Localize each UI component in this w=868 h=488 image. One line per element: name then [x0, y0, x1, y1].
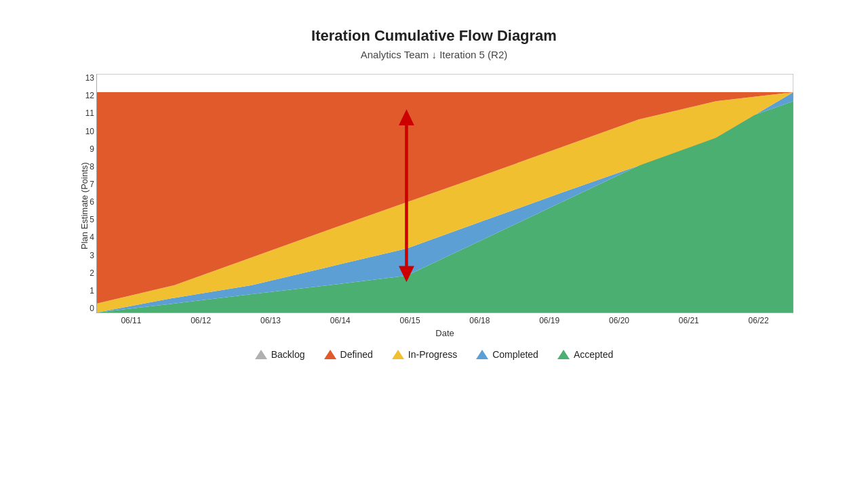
chart-legend: Backlog Defined In-Progress Completed Ac… [255, 349, 614, 360]
cumulative-flow-svg [97, 74, 793, 312]
legend-defined: Defined [324, 349, 373, 360]
inprogress-icon [392, 350, 404, 359]
x-axis-labels: 06/11 06/12 06/13 06/14 06/15 06/18 06/1… [96, 316, 793, 325]
legend-defined-label: Defined [340, 349, 373, 360]
legend-inprogress: In-Progress [392, 349, 457, 360]
chart-plot: 0 1 2 3 4 5 6 7 8 9 10 11 12 13 [96, 74, 793, 313]
legend-inprogress-label: In-Progress [408, 349, 457, 360]
backlog-icon [255, 350, 267, 359]
chart-title: Iteration Cumulative Flow Diagram [311, 27, 557, 45]
y-axis-ticks: 0 1 2 3 4 5 6 7 8 9 10 11 12 13 [75, 74, 96, 312]
x-axis-label: Date [96, 328, 793, 338]
accepted-icon [557, 350, 570, 359]
legend-backlog: Backlog [255, 349, 305, 360]
legend-backlog-label: Backlog [271, 349, 305, 360]
legend-completed: Completed [476, 349, 538, 360]
legend-accepted-label: Accepted [574, 349, 613, 360]
legend-completed-label: Completed [492, 349, 538, 360]
completed-icon [476, 350, 488, 359]
legend-accepted: Accepted [557, 349, 613, 360]
defined-icon [324, 350, 336, 359]
chart-subtitle: Analytics Team ↓ Iteration 5 (R2) [361, 49, 507, 60]
